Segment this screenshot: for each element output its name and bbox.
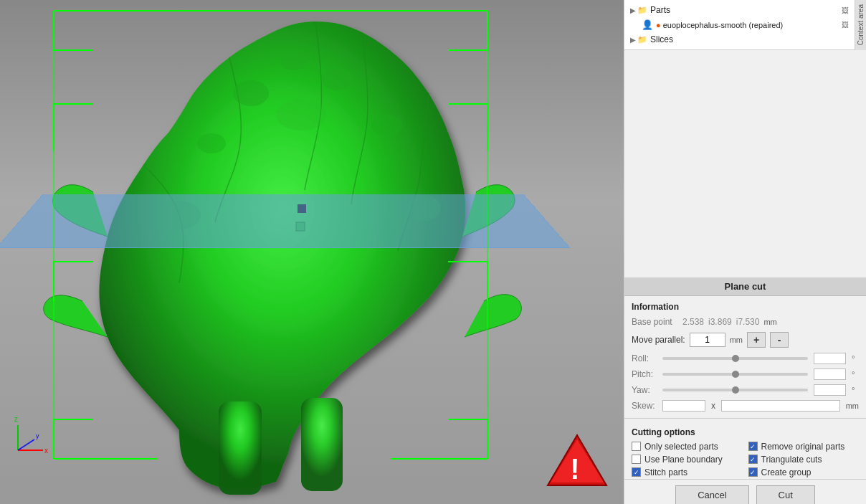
triangulate-label: Triangulate cuts: [761, 455, 822, 465]
cancel-button[interactable]: Cancel: [675, 485, 748, 505]
panel-title: Plane cut: [624, 277, 866, 296]
roll-label: Roll:: [632, 353, 657, 363]
mesh-icon: 👤: [642, 19, 653, 30]
roll-row: Roll: °: [624, 351, 866, 366]
roll-slider[interactable]: [662, 357, 808, 360]
svg-text:z: z: [14, 415, 18, 423]
base-point-unit: mm: [763, 318, 776, 326]
parts-icon-extra: 🖼: [842, 6, 849, 14]
plus-button[interactable]: +: [747, 332, 766, 348]
skew-label: Skew:: [632, 401, 657, 411]
viewport-3d[interactable]: x z y !: [0, 0, 624, 504]
skew-x-input[interactable]: [662, 400, 705, 412]
yaw-input[interactable]: [814, 384, 846, 396]
create-group-label: Create group: [761, 467, 812, 477]
only-selected-option[interactable]: Only selected parts: [632, 442, 743, 452]
yaw-degree: °: [852, 386, 859, 394]
svg-text:!: !: [570, 453, 579, 485]
svg-point-7: [276, 99, 326, 130]
pitch-slider[interactable]: [662, 373, 808, 376]
only-selected-checkbox[interactable]: [632, 442, 641, 451]
options-grid: Only selected parts Remove original part…: [624, 440, 866, 479]
skew-unit: mm: [846, 401, 859, 410]
stitch-label: Stitch parts: [644, 467, 687, 477]
divider: [624, 418, 866, 419]
cut-button[interactable]: Cut: [756, 485, 815, 505]
move-parallel-input[interactable]: [690, 333, 725, 347]
context-area-sidebar: Context area: [855, 0, 866, 50]
3d-mesh: [36, 0, 566, 504]
remove-original-checkbox[interactable]: [748, 442, 758, 451]
tree-item-euoplocehalus[interactable]: 👤 ● euoplocephalus-smooth (repaired) 🖼: [624, 17, 855, 32]
tree-item-parts[interactable]: ▶ 📁 Parts 🖼: [624, 3, 855, 17]
context-area-label: Context area: [857, 4, 865, 45]
base-point-row: Base point 2.538 i3.869 i7.530 mm: [624, 315, 866, 329]
slices-expand-icon: ▶: [630, 36, 636, 44]
svg-point-4: [371, 115, 403, 136]
svg-text:y: y: [36, 432, 39, 439]
base-point-label: Base point: [632, 317, 678, 327]
use-plane-boundary-option[interactable]: Use Plane boundary: [632, 455, 743, 465]
empty-spacer: [624, 50, 866, 277]
pitch-label: Pitch:: [632, 369, 657, 379]
triangulate-checkbox[interactable]: [748, 455, 758, 464]
pitch-degree: °: [852, 370, 859, 379]
pitch-input[interactable]: [814, 369, 846, 380]
right-panel: ▶ 📁 Parts 🖼 👤 ● euoplocephalus-smooth (r…: [624, 0, 866, 504]
slices-folder-icon: 📁: [637, 35, 647, 44]
mesh-item-label: euoplocephalus-smooth (repaired): [663, 21, 784, 29]
roll-degree: °: [852, 354, 859, 363]
svg-point-1: [321, 67, 353, 90]
slices-label: Slices: [650, 34, 673, 44]
cutting-options-label: Cutting options: [624, 423, 866, 440]
information-section-label: Information: [624, 296, 866, 315]
base-point-y: i3.869: [708, 317, 732, 327]
parts-label: Parts: [650, 5, 670, 15]
warning-icon: !: [545, 432, 609, 490]
create-group-checkbox[interactable]: [748, 467, 758, 477]
move-unit: mm: [730, 336, 743, 344]
create-group-option[interactable]: Create group: [748, 467, 860, 477]
triangulate-option[interactable]: Triangulate cuts: [748, 455, 860, 465]
move-parallel-row: Move parallel: mm + -: [624, 329, 866, 351]
svg-point-0: [233, 80, 269, 106]
svg-rect-8: [219, 401, 262, 495]
tree-panel: ▶ 📁 Parts 🖼 👤 ● euoplocephalus-smooth (r…: [624, 0, 855, 50]
pitch-row: Pitch: °: [624, 366, 866, 382]
axis-indicator: x z y: [7, 411, 57, 461]
cutting-plane[interactable]: [0, 194, 571, 248]
svg-point-2: [281, 52, 307, 70]
expand-icon: ▶: [630, 6, 636, 14]
base-point-x: 2.538: [682, 317, 704, 327]
roll-thumb[interactable]: [732, 355, 739, 362]
pitch-thumb[interactable]: [732, 371, 739, 378]
yaw-thumb[interactable]: [732, 386, 739, 394]
stitch-checkbox[interactable]: [632, 467, 641, 477]
svg-rect-9: [301, 398, 343, 491]
use-plane-boundary-checkbox[interactable]: [632, 455, 641, 464]
svg-point-3: [197, 133, 226, 153]
svg-line-27: [18, 439, 34, 450]
yaw-slider[interactable]: [662, 389, 808, 391]
plane-cut-panel: Plane cut Information Base point 2.538 i…: [624, 277, 866, 505]
minus-button[interactable]: -: [770, 332, 789, 348]
use-plane-boundary-label: Use Plane boundary: [644, 455, 723, 465]
move-parallel-label: Move parallel:: [632, 335, 685, 345]
tree-item-slices[interactable]: ▶ 📁 Slices: [624, 32, 855, 47]
remove-original-label: Remove original parts: [761, 442, 845, 452]
only-selected-label: Only selected parts: [644, 442, 718, 452]
mesh-icon-extra: 🖼: [842, 21, 849, 29]
remove-original-option[interactable]: Remove original parts: [748, 442, 860, 452]
skew-row: Skew: x mm: [624, 398, 866, 414]
skew-y-input[interactable]: [721, 400, 840, 412]
skew-x-label: x: [711, 401, 715, 411]
base-point-z: i7.530: [736, 317, 760, 327]
bottom-buttons: Cancel Cut: [624, 479, 866, 505]
parts-folder-icon: 📁: [637, 6, 647, 15]
svg-text:x: x: [44, 447, 48, 455]
roll-input[interactable]: [814, 353, 846, 364]
stitch-parts-option[interactable]: Stitch parts: [632, 467, 743, 477]
yaw-row: Yaw: °: [624, 382, 866, 398]
yaw-label: Yaw:: [632, 385, 657, 395]
